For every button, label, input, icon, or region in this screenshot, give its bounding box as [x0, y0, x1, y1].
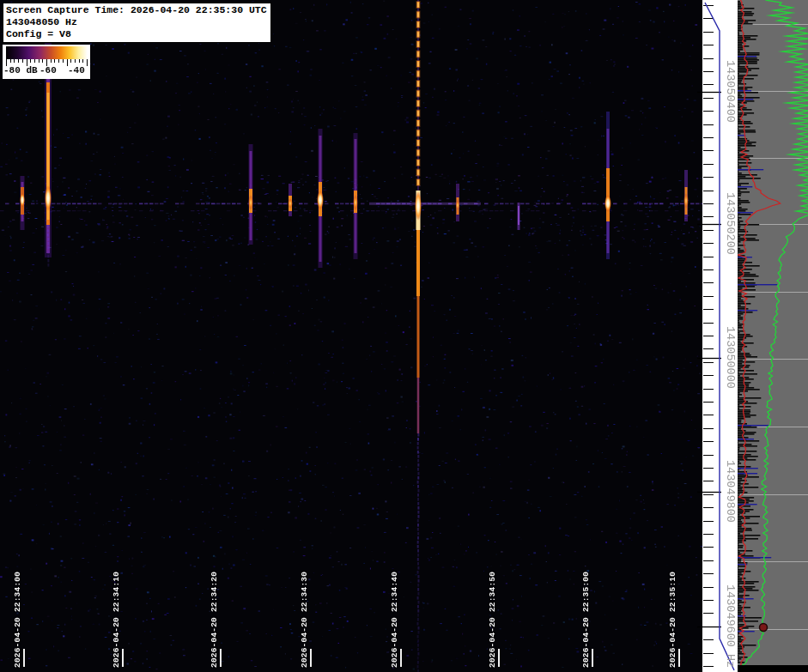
time-label: 2026-04-20 22:34:10: [112, 572, 121, 668]
time-tick: [400, 649, 402, 667]
colorbar-tick: [22, 59, 23, 63]
colorbar-tick: [14, 59, 15, 63]
time-tick: [122, 649, 124, 667]
colorbar-tick: [58, 59, 59, 63]
freq-label: 143050400: [724, 60, 737, 123]
capture-frequency-text: 143048050 Hz: [6, 16, 267, 28]
colorbar-label: -80 dB: [3, 65, 38, 76]
freq-label: 143049600 Hz: [724, 584, 737, 668]
colorbar-tick: [87, 59, 88, 66]
colorbar-tick: [70, 59, 71, 63]
colorbar-legend: -80 dB-60-40: [3, 45, 90, 79]
capture-time-text: Screen Capture Time: 2026-04-20 22:35:30…: [6, 4, 267, 16]
spectrogram-screen-capture: Screen Capture Time: 2026-04-20 22:35:30…: [0, 0, 808, 672]
colorbar-tick: [30, 59, 31, 63]
colorbar-tick: [75, 59, 76, 63]
colorbar-tick: [42, 59, 43, 63]
colorbar-tick: [10, 59, 11, 63]
time-label: 2026-04-20 22:34:00: [13, 572, 22, 668]
freq-label: 143050000: [724, 326, 737, 389]
colorbar-tick: [63, 59, 64, 63]
spectrogram-canvas: [0, 0, 808, 672]
colorbar-gradient: [6, 46, 88, 59]
time-tick: [678, 649, 680, 667]
time-tick: [310, 649, 312, 667]
colorbar-label: -60: [39, 65, 57, 76]
capture-config-text: Config = V8: [6, 28, 267, 40]
colorbar-tick: [51, 59, 52, 63]
time-label: 2026-04-20 22:34:30: [300, 572, 309, 668]
colorbar-tick: [79, 59, 80, 63]
colorbar-tick: [82, 59, 83, 63]
freq-label: 143049800: [724, 460, 737, 523]
time-tick: [23, 649, 25, 667]
colorbar-tick: [18, 59, 19, 63]
colorbar-tick: [34, 59, 35, 63]
capture-info-box: Screen Capture Time: 2026-04-20 22:35:30…: [3, 3, 271, 43]
colorbar-tick: [54, 59, 55, 63]
time-label: 2026-04-20 22:34:50: [488, 572, 497, 668]
colorbar-tick: [39, 59, 39, 63]
time-tick: [498, 649, 500, 667]
time-tick: [220, 649, 222, 667]
freq-label: 143050200: [724, 192, 737, 255]
colorbar-label: -40: [68, 65, 85, 76]
time-label: 2026-04-20 22:34:40: [390, 572, 399, 668]
time-label: 2026-04-20 22:35:00: [581, 572, 591, 668]
time-label: 2026-04-20 22:35:10: [668, 572, 677, 668]
time-tick: [592, 649, 593, 667]
time-label: 2026-04-20 22:34:20: [210, 572, 219, 668]
